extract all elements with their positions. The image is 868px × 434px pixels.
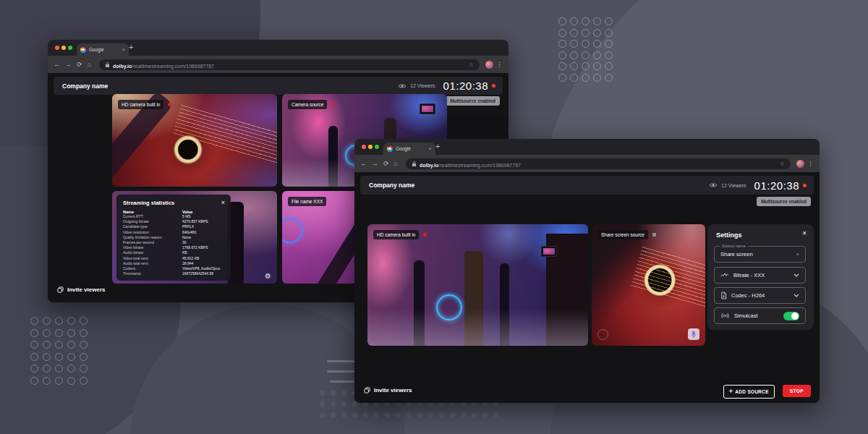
url-path: /realtimestreaming.com/1986987787 (438, 163, 521, 168)
mic-icon (691, 331, 697, 339)
invite-viewers-button[interactable]: Invite viewers (57, 286, 105, 293)
stats-row: Quality limitation reason:None (123, 235, 224, 240)
source-label: Camera source (288, 100, 327, 109)
decor-dot (605, 51, 613, 59)
decor-dot (67, 317, 75, 325)
plus-icon: + (729, 388, 733, 395)
add-source-label: ADD SOURCE (735, 389, 769, 394)
bookmark-star-icon[interactable]: ☆ (780, 161, 785, 167)
stats-row: Audio total sent:28.944 (123, 261, 224, 266)
decor-dot (55, 329, 63, 337)
clear-icon[interactable]: × (796, 251, 799, 258)
simulcast-label: Simulcast (734, 312, 758, 319)
lock-icon (105, 61, 110, 68)
new-tab-button[interactable]: + (435, 142, 440, 150)
viewers-eye-icon (398, 83, 407, 89)
video-tile-hd-camera[interactable]: HD camera built in (367, 224, 588, 346)
back-icon[interactable]: ← (360, 161, 367, 167)
desktop-background: Google × + ← → ⟳ ⌂ dolby.io/realtimestre… (0, 0, 868, 434)
stats-row: Timestamp:1667258642544.58 (123, 271, 224, 276)
video-tile-share-screen[interactable]: Share screen source (592, 224, 705, 346)
close-tab-icon[interactable]: × (122, 47, 125, 53)
decor-dot (331, 401, 336, 407)
tab-title: Google (396, 146, 425, 151)
close-window-icon[interactable] (55, 46, 59, 50)
back-icon[interactable]: ← (54, 61, 60, 68)
close-icon[interactable]: × (802, 229, 807, 237)
decor-dot (582, 17, 590, 25)
browser-tab[interactable]: Google × (77, 43, 129, 56)
gear-icon[interactable]: ⚙ (265, 272, 271, 280)
address-bar[interactable]: dolby.io/realtimestreaming.com/198698778… (406, 158, 791, 169)
decor-dot (450, 412, 455, 417)
decor-dot (558, 17, 566, 25)
decor-dot-grid (30, 317, 92, 389)
stop-label: STOP (790, 388, 804, 393)
decor-dot (593, 51, 601, 59)
minimize-window-icon[interactable] (61, 46, 66, 50)
maximize-window-icon[interactable] (68, 46, 72, 50)
invite-viewers-label: Invite viewers (67, 286, 105, 293)
mic-button[interactable] (688, 328, 699, 340)
profile-avatar[interactable] (796, 160, 804, 168)
close-tab-icon[interactable]: × (428, 146, 432, 152)
minimize-window-icon[interactable] (368, 145, 373, 149)
decor-dot (80, 329, 88, 337)
reload-icon[interactable]: ⟳ (383, 161, 389, 167)
home-icon[interactable]: ⌂ (88, 61, 91, 68)
decor-dot (570, 17, 578, 25)
decor-dot (605, 40, 613, 48)
bitrate-dropdown[interactable]: Bitrate - XXX (714, 267, 806, 284)
decor-dot (43, 341, 51, 349)
decor-dot (80, 341, 88, 349)
decor-dot (593, 74, 601, 82)
decor-dot (55, 341, 63, 349)
close-window-icon[interactable] (362, 145, 366, 149)
record-dot-icon (331, 103, 335, 106)
home-icon[interactable]: ⌂ (394, 161, 398, 167)
video-tile-stats[interactable]: Streaming statistics × Name Value Curren… (112, 191, 277, 284)
browser-menu-icon[interactable]: ⋮ (807, 160, 814, 167)
forward-icon[interactable]: → (65, 61, 72, 68)
simulcast-toggle[interactable] (783, 312, 799, 320)
decor-dot (582, 29, 590, 37)
settings-title: Settings (716, 231, 742, 239)
source-name-value: Share screen (720, 251, 753, 258)
browser-menu-icon[interactable]: ⋮ (496, 61, 503, 68)
ghost-circle (597, 329, 608, 340)
decor-dot (582, 74, 590, 82)
record-dot-icon (423, 233, 427, 237)
profile-avatar[interactable] (485, 61, 493, 69)
source-name-input[interactable]: Source name Share screen × (714, 246, 806, 263)
decor-dot (407, 412, 412, 417)
maximize-window-icon[interactable] (375, 145, 379, 149)
company-name: Company name (360, 182, 414, 189)
video-tile-hd-camera[interactable]: HD camera built in (112, 94, 277, 187)
forward-icon[interactable]: → (372, 161, 378, 167)
browser-window-front: Google × + ← → ⟳ ⌂ dolby.io/realtimestre… (354, 139, 820, 403)
decor-dot (593, 17, 601, 25)
camera-monitor (420, 103, 435, 114)
reload-icon[interactable]: ⟳ (77, 61, 82, 68)
address-bar[interactable]: dolby.io/realtimestreaming.com/198698778… (99, 59, 480, 70)
decor-dot (593, 62, 601, 70)
invite-viewers-label: Invite viewers (374, 387, 412, 393)
invite-viewers-button[interactable]: Invite viewers (364, 387, 412, 393)
bookmark-star-icon[interactable]: ☆ (469, 61, 474, 68)
browser-tab[interactable]: Google × (383, 142, 435, 155)
add-source-button[interactable]: + ADD SOURCE (723, 385, 775, 399)
new-tab-button[interactable]: + (129, 43, 133, 51)
close-icon[interactable]: × (221, 199, 225, 206)
decor-dot (55, 365, 63, 373)
stats-row: Codecs:Video/VP8, Audio/Opus (123, 266, 224, 271)
decor-dot (374, 412, 379, 417)
codec-dropdown[interactable]: Codec - H264 (714, 287, 806, 304)
stats-row: Frames per second30 (123, 240, 224, 245)
decor-dot (570, 74, 578, 82)
stats-row: Video resolution:640x480 (123, 230, 224, 235)
decor-dot (352, 412, 357, 417)
decor-dot (363, 412, 368, 417)
stop-button[interactable]: STOP (783, 385, 811, 397)
decor-dot (43, 365, 51, 373)
decor-dot (582, 40, 590, 48)
